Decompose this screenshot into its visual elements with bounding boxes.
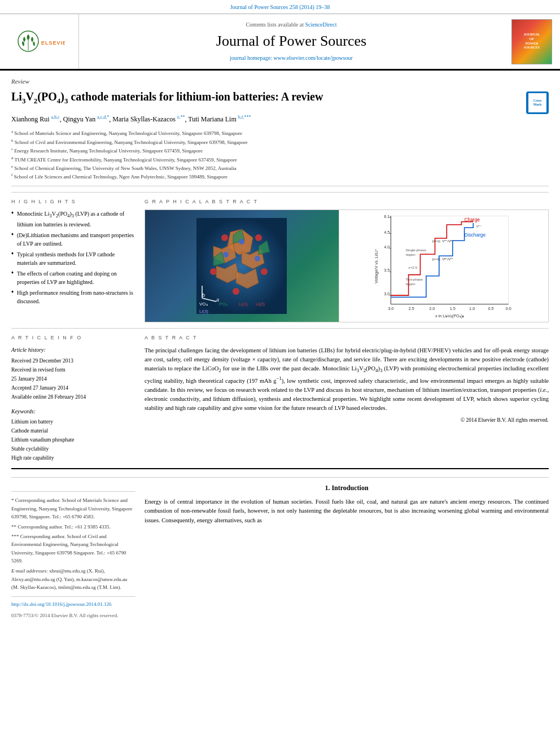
charge-discharge-chart: Voltage/V vs. Li/Li⁺ 6.1 4.5 4.0 3.5 xyxy=(339,210,548,322)
footnote-1: * Corresponding author. School of Materi… xyxy=(11,496,135,521)
svg-text:x in Li₃V₂(PO₄)₃: x in Li₃V₂(PO₄)₃ xyxy=(435,313,464,318)
footnote-email: E-mail addresses: xhrui@ntu.edu.sg (X. R… xyxy=(11,567,135,591)
svg-text:Li(2): Li(2) xyxy=(256,302,265,307)
main-content: Review Li3V2(PO4)3 cathode materials for… xyxy=(0,71,560,625)
accepted-date: Accepted 27 January 2014 xyxy=(11,385,68,391)
footnote-2: ** Corresponding author. Tel.: +61 2 938… xyxy=(11,523,135,531)
footnote-3: *** Corresponding author. School of Civi… xyxy=(11,532,135,565)
highlights-column: H I G H L I G H T S Monoclinic Li3V2(PO4… xyxy=(11,198,135,323)
highlights-graphical-section: H I G H L I G H T S Monoclinic Li3V2(PO4… xyxy=(11,192,549,323)
authors-line: Xianhong Rui a,b,c, Qingyu Yan a,c,d,*, … xyxy=(11,114,549,124)
section-divider xyxy=(11,468,549,469)
intro-spacer: * Corresponding author. School of Materi… xyxy=(11,483,135,619)
svg-point-12 xyxy=(221,234,228,241)
svg-text:0.5: 0.5 xyxy=(488,306,493,311)
svg-text:x=2.5: x=2.5 xyxy=(408,266,417,270)
homepage-link[interactable]: journal homepage: www.elsevier.com/locat… xyxy=(230,55,353,61)
graphical-abstract-heading: G R A P H I C A L A B S T R A C T xyxy=(145,198,549,206)
introduction-section: * Corresponding author. School of Materi… xyxy=(11,477,549,619)
highlight-item-3: Typical synthesis methods for LVP cathod… xyxy=(11,250,135,267)
svg-point-14 xyxy=(210,268,217,275)
doi-link: http://dx.doi.org/10.1016/j.jpowsour.201… xyxy=(11,596,135,608)
issn-text: 0378-7753/© 2014 Elsevier B.V. All right… xyxy=(11,611,118,619)
introduction-text: Energy is of central importance in the e… xyxy=(145,497,549,525)
journal-cover-area: JOURNALOFPOWERSOURCES xyxy=(504,14,560,69)
keywords-section: Keywords: Lithium ion battery Cathode ma… xyxy=(11,408,135,463)
svg-text:0.0: 0.0 xyxy=(505,306,511,311)
svg-text:Discharge: Discharge xyxy=(464,232,485,238)
svg-text:ELSEVIER: ELSEVIER xyxy=(41,40,65,46)
journal-header: ELSEVIER Contents lists available at Sci… xyxy=(0,14,560,71)
svg-text:Voltage/V vs. Li/Li⁺: Voltage/V vs. Li/Li⁺ xyxy=(374,248,379,283)
svg-text:4.5: 4.5 xyxy=(384,230,390,235)
article-info-abstract-section: A R T I C L E I N F O Article history: R… xyxy=(11,328,549,462)
svg-text:VO₄: VO₄ xyxy=(199,302,208,307)
abstract-text: The principal challenges facing the deve… xyxy=(145,346,549,413)
crossmark-badge: CrossMark xyxy=(526,91,549,114)
abstract-column: A B S T R A C T The principal challenges… xyxy=(145,334,549,462)
svg-text:region: region xyxy=(405,253,415,257)
svg-text:3.0: 3.0 xyxy=(388,306,393,311)
graphical-abstract-column: G R A P H I C A L A B S T R A C T xyxy=(145,198,549,323)
introduction-text-area: 1. Introduction Energy is of central imp… xyxy=(145,483,549,619)
journal-cover-image: JOURNALOFPOWERSOURCES xyxy=(511,19,552,64)
svg-point-13 xyxy=(255,234,262,241)
journal-center-info: Contents lists available at ScienceDirec… xyxy=(79,14,504,69)
journal-citation: Journal of Power Sources 258 (2014) 19–3… xyxy=(230,4,330,10)
footnotes: * Corresponding author. School of Materi… xyxy=(11,491,135,619)
svg-text:region: region xyxy=(405,282,415,286)
article-history-label: Article history: xyxy=(11,346,135,354)
svg-text:b: b xyxy=(202,292,205,298)
graphical-abstract-image: VO₄ PO₄ Li(1) Li(2) Li(3) b a xyxy=(145,209,549,322)
highlight-item-4: The effects of carbon coating and doping… xyxy=(11,269,135,286)
history-dates: Received 29 December 2013 Received in re… xyxy=(11,356,135,402)
svg-text:(x=1): V³⁺/V⁴⁺: (x=1): V³⁺/V⁴⁺ xyxy=(432,239,453,243)
svg-point-16 xyxy=(233,288,239,295)
highlight-item-5: High performance resulting from nano-str… xyxy=(11,289,135,305)
highlight-item-2: (De)Lithiation mechanisms and transport … xyxy=(11,231,135,248)
footer-bottom: 0378-7753/© 2014 Elsevier B.V. All right… xyxy=(11,611,135,619)
journal-title: Journal of Power Sources xyxy=(216,31,366,51)
svg-point-18 xyxy=(223,252,229,257)
svg-text:3.5: 3.5 xyxy=(384,268,390,273)
elsevier-logo-svg: ELSEVIER xyxy=(14,29,65,54)
article-info-column: A R T I C L E I N F O Article history: R… xyxy=(11,334,135,462)
svg-text:Two-phase: Two-phase xyxy=(405,277,423,281)
available-date: Available online 28 February 2014 xyxy=(11,394,86,400)
svg-text:2.0: 2.0 xyxy=(429,306,435,311)
svg-text:6.1: 6.1 xyxy=(384,214,390,219)
chart-svg: Voltage/V vs. Li/Li⁺ 6.1 4.5 4.0 3.5 xyxy=(339,210,548,322)
publisher-logo-area: ELSEVIER xyxy=(0,14,79,69)
crystal-structure-panel: VO₄ PO₄ Li(1) Li(2) Li(3) b a xyxy=(145,210,339,322)
svg-text:Li(1): Li(1) xyxy=(239,302,248,307)
svg-text:Single-phase: Single-phase xyxy=(405,248,426,252)
svg-text:Li(3): Li(3) xyxy=(199,309,208,314)
revised-date: 25 January 2014 xyxy=(11,376,47,382)
svg-text:4.0: 4.0 xyxy=(384,244,390,250)
article-type: Review xyxy=(11,77,549,86)
journal-top-bar: Journal of Power Sources 258 (2014) 19–3… xyxy=(0,0,560,14)
svg-point-15 xyxy=(261,268,268,275)
received-date: Received 29 December 2013 xyxy=(11,358,73,364)
svg-text:2.5: 2.5 xyxy=(408,306,414,311)
svg-text:1.0: 1.0 xyxy=(469,306,475,311)
science-direct-anchor[interactable]: ScienceDirect xyxy=(305,21,336,28)
svg-point-17 xyxy=(239,239,244,244)
svg-text:V³⁺: V³⁺ xyxy=(476,225,481,229)
svg-point-19 xyxy=(255,256,260,261)
science-direct-link: Contents lists available at ScienceDirec… xyxy=(246,21,336,29)
keywords-list: Lithium ion battery Cathode material Lit… xyxy=(11,417,135,463)
highlights-heading: H I G H L I G H T S xyxy=(11,198,135,206)
affiliations: a School of Materials Science and Engine… xyxy=(11,129,549,186)
article-title: Li3V2(PO4)3 cathode materials for lithiu… xyxy=(11,89,323,106)
svg-text:3.0: 3.0 xyxy=(384,291,390,296)
svg-text:a: a xyxy=(216,297,219,303)
copyright-line: © 2014 Elsevier B.V. All rights reserved… xyxy=(145,417,549,424)
svg-text:(x=2): V⁴⁺/V⁵⁺: (x=2): V⁴⁺/V⁵⁺ xyxy=(432,257,453,261)
svg-text:1.5: 1.5 xyxy=(449,306,455,311)
svg-text:Charge: Charge xyxy=(464,217,480,222)
received-revised-label: Received in revised form xyxy=(11,367,65,373)
doi-anchor[interactable]: http://dx.doi.org/10.1016/j.jpowsour.201… xyxy=(11,601,112,607)
highlight-item-1: Monoclinic Li3V2(PO4)3 (LVP) as a cathod… xyxy=(11,209,135,228)
svg-text:PO₄: PO₄ xyxy=(219,302,228,307)
